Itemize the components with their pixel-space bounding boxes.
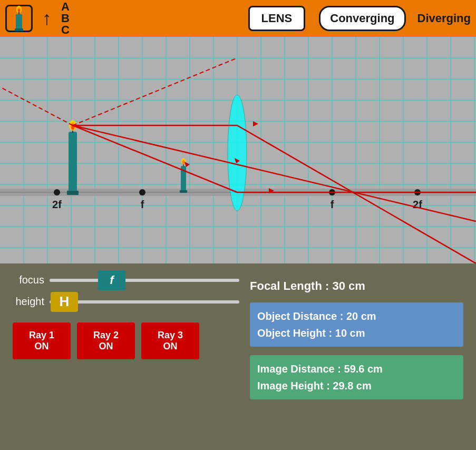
focus-slider-row: focus f [13, 274, 239, 286]
height-label: height [13, 296, 44, 308]
height-thumb[interactable]: H [51, 292, 78, 312]
height-slider-row: height H [13, 296, 239, 308]
object-info-box: Object Distance : 20 cm Object Height : … [250, 302, 463, 347]
diverging-button[interactable]: Diverging [417, 12, 471, 25]
image-info-box: Image Distance : 59.6 cm Image Height : … [250, 355, 463, 399]
ray-buttons-group: Ray 1 ON Ray 2 ON Ray 3 ON [13, 322, 239, 359]
height-track[interactable]: H [50, 300, 239, 304]
svg-text:2f: 2f [52, 199, 62, 210]
converging-button[interactable]: Converging [319, 6, 405, 31]
svg-rect-4 [16, 14, 22, 29]
svg-point-39 [228, 95, 247, 211]
candle-icon [11, 5, 27, 32]
object-height-text: Object Height : 10 cm [257, 325, 456, 341]
svg-point-40 [54, 189, 60, 195]
svg-rect-48 [69, 132, 77, 192]
ray2-button[interactable]: Ray 2 ON [77, 322, 135, 359]
svg-text:f: f [331, 199, 334, 210]
focus-track[interactable]: f [50, 279, 239, 282]
right-controls: Focal Length : 30 cm Object Distance : 2… [250, 274, 463, 439]
header: ↑ ABC LENS Converging Diverging [0, 0, 476, 37]
controls-panel: focus f height H [0, 263, 476, 450]
image-height-text: Image Height : 29.8 cm [257, 377, 456, 394]
abc-icon[interactable]: ABC [61, 1, 70, 36]
ray1-button[interactable]: Ray 1 ON [13, 322, 71, 359]
focal-length-display: Focal Length : 30 cm [250, 279, 463, 293]
lens-button[interactable]: LENS [248, 6, 306, 31]
left-controls: focus f height H [13, 274, 239, 439]
candle-icon-button[interactable] [5, 5, 33, 32]
focus-label: focus [13, 274, 44, 286]
svg-rect-5 [15, 28, 23, 31]
arrow-up-icon[interactable]: ↑ [42, 7, 52, 30]
svg-rect-49 [67, 191, 79, 195]
svg-text:f: f [141, 199, 144, 210]
svg-point-41 [139, 189, 145, 195]
image-distance-text: Image Distance : 59.6 cm [257, 360, 456, 377]
svg-point-2 [18, 9, 20, 12]
object-distance-text: Object Distance : 20 cm [257, 308, 456, 325]
canvas-svg: 2f f f 2f [0, 37, 476, 263]
ray3-button[interactable]: Ray 3 ON [141, 322, 199, 359]
focus-thumb[interactable]: f [98, 270, 125, 290]
svg-point-58 [182, 160, 185, 164]
optics-canvas: 2f f f 2f [0, 37, 476, 263]
svg-rect-55 [180, 190, 187, 193]
